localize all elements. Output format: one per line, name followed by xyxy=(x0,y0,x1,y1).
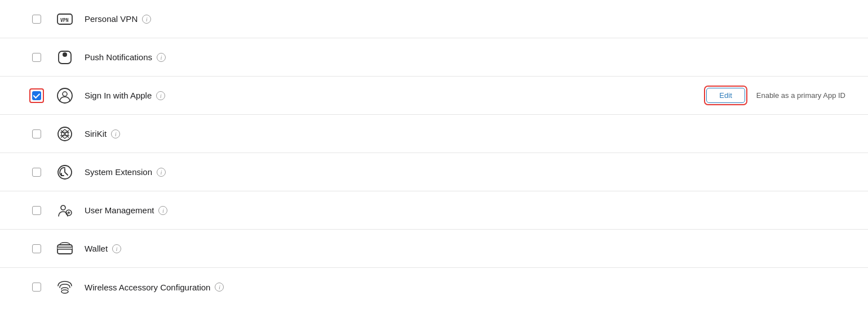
icon-cell-sirikit xyxy=(51,125,79,143)
info-icon-user-management[interactable]: i xyxy=(158,206,167,215)
capability-list: VPN Personal VPN i Push Notifications i xyxy=(0,0,868,306)
capability-row-wallet: Wallet i xyxy=(0,230,868,268)
capability-name-wireless-accessory: Wireless Accessory Configuration xyxy=(85,283,210,292)
action-note-sign-in-apple: Enable as a primary App ID xyxy=(756,91,845,100)
icon-cell-wireless-accessory xyxy=(51,278,79,296)
checkbox-personal-vpn[interactable] xyxy=(32,15,41,24)
system-extension-icon xyxy=(56,163,74,181)
sign-in-apple-icon xyxy=(56,87,74,105)
capability-row-sirikit: SiriKit i xyxy=(0,115,868,153)
label-push-notifications: Push Notifications i xyxy=(85,52,845,62)
icon-cell-push-notifications xyxy=(51,48,79,66)
info-icon-sign-in-apple[interactable]: i xyxy=(156,91,165,100)
info-icon-wireless-accessory[interactable]: i xyxy=(215,283,224,292)
capability-row-personal-vpn: VPN Personal VPN i xyxy=(0,0,868,38)
info-icon-wallet[interactable]: i xyxy=(112,244,121,253)
label-system-extension: System Extension i xyxy=(85,167,845,177)
svg-point-9 xyxy=(61,205,65,210)
capability-name-sign-in-apple: Sign In with Apple xyxy=(85,91,152,100)
svg-text:VPN: VPN xyxy=(60,18,69,23)
capability-name-personal-vpn: Personal VPN xyxy=(85,14,138,24)
capability-name-user-management: User Management xyxy=(85,205,154,215)
checkbox-wallet[interactable] xyxy=(32,244,41,253)
label-wallet: Wallet i xyxy=(85,244,845,253)
checkbox-cell-user-management[interactable] xyxy=(23,206,51,215)
capability-name-system-extension: System Extension xyxy=(85,167,152,177)
label-wireless-accessory: Wireless Accessory Configuration i xyxy=(85,283,845,292)
capability-row-push-notifications: Push Notifications i xyxy=(0,38,868,77)
icon-cell-sign-in-apple xyxy=(51,87,79,105)
checkbox-cell-personal-vpn[interactable] xyxy=(23,15,51,24)
capability-row-system-extension: System Extension i xyxy=(0,153,868,191)
checkbox-sign-in-apple[interactable] xyxy=(32,91,41,100)
push-notifications-icon xyxy=(56,48,74,66)
info-icon-sirikit[interactable]: i xyxy=(111,129,120,138)
checkbox-cell-wallet[interactable] xyxy=(23,244,51,253)
label-sign-in-apple: Sign In with Apple i xyxy=(85,91,704,100)
action-cell-sign-in-apple: Edit Enable as a primary App ID xyxy=(704,86,845,105)
label-sirikit: SiriKit i xyxy=(85,129,845,138)
label-personal-vpn: Personal VPN i xyxy=(85,14,845,24)
capability-name-push-notifications: Push Notifications xyxy=(85,52,152,62)
icon-cell-wallet xyxy=(51,240,79,258)
icon-cell-personal-vpn: VPN xyxy=(51,10,79,28)
label-user-management: User Management i xyxy=(85,205,845,215)
checkbox-user-management[interactable] xyxy=(32,206,41,215)
info-icon-system-extension[interactable]: i xyxy=(157,168,166,177)
capability-name-sirikit: SiriKit xyxy=(85,129,107,138)
checkbox-cell-push-notifications[interactable] xyxy=(23,53,51,62)
vpn-icon: VPN xyxy=(56,10,74,28)
svg-point-15 xyxy=(61,290,68,293)
capability-row-wireless-accessory: Wireless Accessory Configuration i xyxy=(0,268,868,306)
checkbox-sirikit[interactable] xyxy=(32,129,41,138)
checkbox-push-notifications[interactable] xyxy=(32,53,41,62)
edit-button-wrapper: Edit xyxy=(704,86,747,105)
checkbox-cell-wireless-accessory[interactable] xyxy=(23,283,51,292)
wallet-icon xyxy=(56,240,74,258)
checkbox-checked-wrapper-sign-in-apple xyxy=(29,88,44,103)
checkbox-cell-system-extension[interactable] xyxy=(23,168,51,177)
svg-point-3 xyxy=(63,52,67,57)
checkbox-wireless-accessory[interactable] xyxy=(32,283,41,292)
edit-button-sign-in-apple[interactable]: Edit xyxy=(706,88,745,103)
icon-cell-user-management xyxy=(51,201,79,220)
wireless-accessory-icon xyxy=(56,278,74,296)
capability-name-wallet: Wallet xyxy=(85,244,108,253)
checkbox-system-extension[interactable] xyxy=(32,168,41,177)
sirikit-icon xyxy=(56,125,74,143)
capability-row-sign-in-apple: Sign In with Apple i Edit Enable as a pr… xyxy=(0,77,868,115)
info-icon-personal-vpn[interactable]: i xyxy=(142,15,151,24)
capability-row-user-management: User Management i xyxy=(0,191,868,230)
checkbox-cell-sign-in-apple[interactable] xyxy=(23,88,51,103)
info-icon-push-notifications[interactable]: i xyxy=(157,53,166,62)
checkbox-cell-sirikit[interactable] xyxy=(23,129,51,138)
icon-cell-system-extension xyxy=(51,163,79,181)
user-management-icon xyxy=(56,201,74,220)
